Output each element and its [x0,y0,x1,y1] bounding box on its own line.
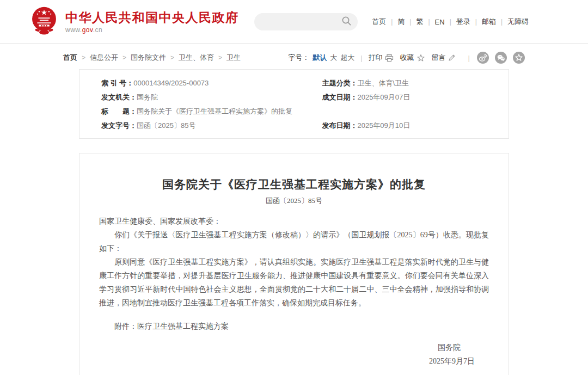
weibo-icon[interactable] [477,52,489,64]
document-card: 国务院关于《医疗卫生强基工程实施方案》的批复 国函〔2025〕85号 国家卫生健… [79,153,509,375]
favorite-circle-icon[interactable] [513,52,525,64]
breadcrumb-state-council-docs[interactable]: 国务院文件 [131,53,166,63]
paragraph-approval: 原则同意《医疗卫生强基工程实施方案》，请认真组织实施。实施医疗卫生强基工程是落实… [99,255,489,310]
document-number: 国函〔2025〕85号 [99,196,489,206]
fontsize-default-button[interactable]: 默认 [313,53,327,63]
breadcrumb-health: 卫生 [226,53,241,63]
meta-written-date-value: 2025年09月07日 [357,92,410,103]
search-box[interactable] [254,13,358,30]
nav-simplified[interactable]: 简 [393,17,409,27]
meta-title: 标 题： 国务院关于《医疗卫生强基工程实施方案》的批复 [101,106,322,117]
pencil-icon [448,54,456,62]
site-url: www.gov.cn [65,26,239,34]
meta-index: 索 引 号： 000014349/2025-00073 [101,78,322,89]
share-icons [477,52,525,64]
meta-title-value: 国务院关于《医疗卫生强基工程实施方案》的批复 [137,106,292,117]
breadcrumb-health-sports[interactable]: 卫生、体育 [179,53,214,63]
meta-topic-value: 卫生、体育\卫生 [357,78,409,89]
document-metadata-card: 索 引 号： 000014349/2025-00073 主题分类： 卫生、体育\… [79,69,509,139]
nav-mail[interactable]: 邮箱 [477,17,501,27]
star-icon [416,54,425,62]
national-emblem-icon [30,6,58,38]
nav-login[interactable]: 登录 [451,17,475,27]
meta-written-date: 成文日期： 2025年09月07日 [322,92,495,103]
fontsize-large-button[interactable]: 大 [330,53,337,63]
meta-doc-number-value: 国函〔2025〕85号 [137,120,195,131]
top-nav: 首页 | 简 | 繁 | EN | 登录 | 邮箱 | 无障碍 [367,17,534,27]
signer: 国务院 [99,341,489,354]
breadcrumb-toolbar-row: 首页 > 信息公开 > 国务院文件 > 卫生、体育 > 卫生 字号： 默认 大 … [63,44,525,69]
search-icon[interactable] [341,16,352,28]
printer-icon [385,54,394,62]
document-body: 国家卫生健康委、国家发展改革委： 你们《关于报送〈医疗卫生强基工程实施方案（修改… [99,214,489,375]
breadcrumb: 首页 > 信息公开 > 国务院文件 > 卫生、体育 > 卫生 [63,53,241,63]
fontsize-label: 字号： [288,53,309,63]
meta-issuer-value: 国务院 [137,92,158,103]
meta-issuer: 发文机关： 国务院 [101,92,322,103]
print-button[interactable]: 打印 [369,53,394,63]
document-title: 国务院关于《医疗卫生强基工程实施方案》的批复 [99,176,489,193]
meta-doc-number: 发文字号： 国函〔2025〕85号 [101,120,322,131]
attachment-line: 附件：医疗卫生强基工程实施方案 [99,319,489,333]
paragraph-addressee: 国家卫生健康委、国家发展改革委： [99,214,489,228]
nav-home[interactable]: 首页 [367,17,391,27]
nav-english[interactable]: EN [430,18,450,26]
breadcrumb-home[interactable]: 首页 [63,53,77,63]
breadcrumb-info-disclosure[interactable]: 信息公开 [90,53,118,63]
site-title: 中华人民共和国中央人民政府 [65,10,239,24]
meta-publish-date-value: 2025年09月10日 [357,120,410,131]
meta-publish-date: 发布日期： 2025年09月10日 [322,120,495,131]
search-input[interactable] [263,17,341,27]
meta-index-value: 000014349/2025-00073 [133,78,209,89]
meta-topic: 主题分类： 卫生、体育\卫生 [322,78,495,89]
site-header: 中华人民共和国中央人民政府 www.gov.cn 首页 | 简 | 繁 | EN… [0,0,588,44]
nav-traditional[interactable]: 繁 [411,17,428,27]
paragraph-receipt: 你们《关于报送〈医疗卫生强基工程实施方案（修改稿）〉的请示》（国卫规划报〔202… [99,228,489,255]
fontsize-xlarge-button[interactable]: 超大 [340,53,354,63]
wechat-icon[interactable] [495,52,507,64]
favorite-button[interactable]: 收藏 [400,53,425,63]
nav-accessibility[interactable]: 无障碍 [503,17,534,27]
comment-button[interactable]: 留言 [432,53,456,63]
page-toolbar: 字号： 默认 大 超大 | 打印 收藏 [288,52,525,64]
sign-date: 2025年9月7日 [99,354,489,368]
site-brand[interactable]: 中华人民共和国中央人民政府 www.gov.cn [30,6,239,38]
